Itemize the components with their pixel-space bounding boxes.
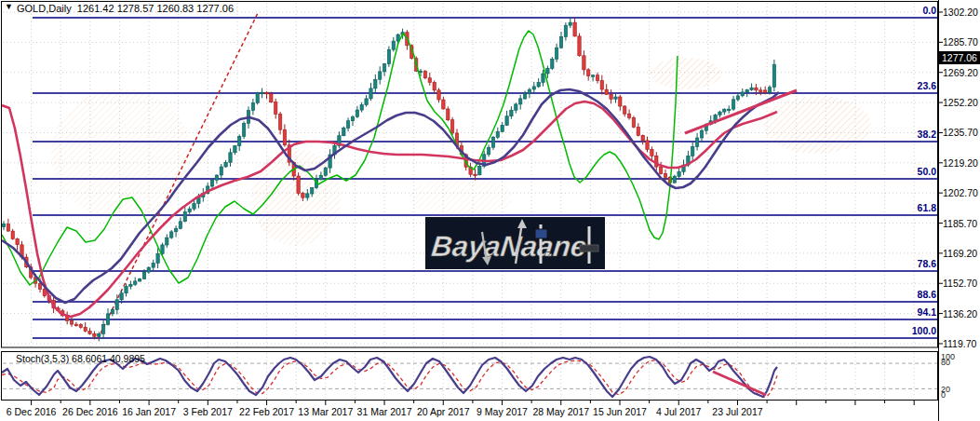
fib-label: 50.0 — [871, 166, 936, 177]
price-label: 1269.20 — [943, 67, 978, 78]
price-label: 1185.70 — [943, 218, 977, 229]
price-label: 1285.70 — [943, 36, 978, 48]
symbol-dropdown-icon[interactable]: ▼ — [5, 2, 13, 11]
date-label: 23 Jul 2017 — [712, 406, 762, 417]
watermark-logo: BayaNaa .ne — [425, 217, 605, 269]
date-label: 9 May 2017 — [477, 406, 528, 417]
current-price-tag: 1277.06 — [939, 51, 980, 64]
price-label: 1235.70 — [943, 127, 978, 138]
fib-label: 23.6 — [871, 80, 936, 91]
stoch-indicator-label: Stoch(3,5,3) 68.6061 40.9895 — [16, 353, 145, 364]
price-label: 1219.20 — [943, 157, 978, 169]
date-label: 4 Jul 2017 — [656, 406, 701, 417]
date-label: 20 Apr 2017 — [417, 406, 470, 417]
date-label: 31 Mar 2017 — [357, 406, 412, 417]
price-label: 1119.70 — [943, 338, 976, 349]
price-label: 1136.20 — [943, 308, 977, 319]
price-label: 1302.20 — [943, 7, 978, 18]
fib-label: 88.6 — [871, 289, 936, 300]
symbol-period-label: GOLD,Daily — [17, 3, 72, 14]
chart-title-ohlc: GOLD,Daily 1261.42 1278.57 1260.83 1277.… — [17, 3, 234, 14]
price-label: 1152.70 — [943, 278, 977, 289]
date-label: 15 Jun 2017 — [593, 406, 647, 417]
fib-label: 100.0 — [871, 325, 936, 336]
trading-chart-window: ▼ GOLD,Daily 1261.42 1278.57 1260.83 127… — [0, 0, 980, 421]
ohlc-values: 1261.42 1278.57 1260.83 1277.06 — [77, 3, 234, 14]
stoch-scale-label: 0 — [941, 390, 946, 400]
date-label: 22 Feb 2017 — [239, 406, 294, 417]
stoch-scale-label: 80 — [941, 358, 950, 367]
date-label: 16 Jan 2017 — [122, 406, 176, 417]
price-label: 1169.20 — [943, 248, 977, 259]
date-label: 28 May 2017 — [532, 406, 589, 417]
fib-label: 61.8 — [871, 202, 936, 213]
price-label: 1252.20 — [943, 97, 978, 108]
date-label: 6 Dec 2016 — [7, 406, 57, 417]
date-label: 13 Mar 2017 — [298, 406, 353, 417]
fib-label: 94.1 — [871, 306, 936, 318]
chart-canvas[interactable] — [0, 0, 980, 421]
fib-label: 0.0 — [871, 5, 936, 16]
watermark-art: BayaNaa .ne — [425, 217, 605, 269]
fib-label: 38.2 — [871, 129, 936, 140]
fib-label: 78.6 — [871, 258, 936, 269]
date-label: 3 Feb 2017 — [183, 406, 233, 417]
price-label: 1202.70 — [943, 187, 978, 198]
date-label: 26 Dec 2016 — [62, 406, 118, 417]
